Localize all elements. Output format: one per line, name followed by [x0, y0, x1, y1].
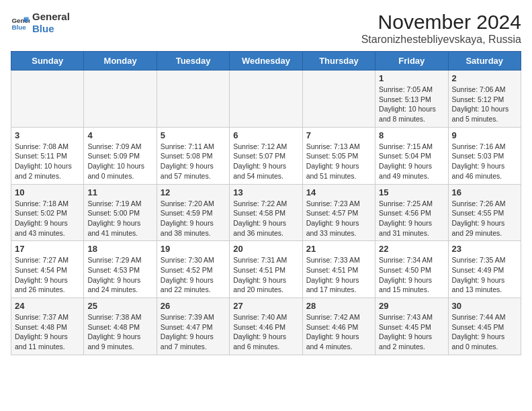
calendar-cell	[157, 71, 229, 128]
day-number: 5	[161, 130, 226, 140]
calendar-cell: 7Sunrise: 7:13 AMSunset: 5:05 PMDaylight…	[302, 127, 375, 184]
calendar-cell: 8Sunrise: 7:15 AMSunset: 5:04 PMDaylight…	[375, 127, 448, 184]
day-number: 13	[233, 187, 298, 197]
calendar-cell: 25Sunrise: 7:38 AMSunset: 4:48 PMDayligh…	[84, 298, 157, 355]
day-info: Sunrise: 7:16 AMSunset: 5:03 PMDaylight:…	[452, 142, 517, 181]
calendar-cell: 4Sunrise: 7:09 AMSunset: 5:09 PMDaylight…	[84, 127, 157, 184]
day-number: 20	[233, 244, 298, 254]
calendar-cell: 22Sunrise: 7:34 AMSunset: 4:50 PMDayligh…	[375, 241, 448, 298]
calendar-header-row: SundayMondayTuesdayWednesdayThursdayFrid…	[11, 52, 521, 71]
day-info: Sunrise: 7:42 AMSunset: 4:46 PMDaylight:…	[306, 312, 371, 352]
day-number: 8	[379, 130, 444, 140]
header: General Blue General Blue November 2024 …	[11, 11, 521, 46]
logo-general: General	[32, 11, 70, 23]
day-info: Sunrise: 7:06 AMSunset: 5:12 PMDaylight:…	[452, 85, 517, 124]
day-number: 7	[306, 130, 371, 140]
day-info: Sunrise: 7:05 AMSunset: 5:13 PMDaylight:…	[379, 85, 444, 124]
logo: General Blue General Blue	[11, 11, 70, 35]
day-number: 1	[379, 73, 444, 83]
svg-text:Blue: Blue	[11, 24, 26, 31]
day-info: Sunrise: 7:35 AMSunset: 4:49 PMDaylight:…	[452, 255, 517, 295]
calendar-cell: 29Sunrise: 7:43 AMSunset: 4:45 PMDayligh…	[375, 298, 448, 355]
calendar-cell: 19Sunrise: 7:30 AMSunset: 4:52 PMDayligh…	[157, 241, 229, 298]
calendar-cell: 26Sunrise: 7:39 AMSunset: 4:47 PMDayligh…	[157, 298, 229, 355]
calendar-week-row: 3Sunrise: 7:08 AMSunset: 5:11 PMDaylight…	[11, 127, 521, 184]
day-number: 24	[15, 301, 80, 311]
day-number: 28	[306, 301, 371, 311]
calendar-cell: 28Sunrise: 7:42 AMSunset: 4:46 PMDayligh…	[302, 298, 375, 355]
calendar-cell: 17Sunrise: 7:27 AMSunset: 4:54 PMDayligh…	[11, 241, 84, 298]
calendar-cell: 16Sunrise: 7:26 AMSunset: 4:55 PMDayligh…	[448, 184, 521, 241]
day-number: 27	[233, 301, 298, 311]
day-number: 26	[161, 301, 226, 311]
day-info: Sunrise: 7:27 AMSunset: 4:54 PMDaylight:…	[15, 255, 80, 295]
calendar-cell: 14Sunrise: 7:23 AMSunset: 4:57 PMDayligh…	[302, 184, 375, 241]
day-info: Sunrise: 7:44 AMSunset: 4:45 PMDaylight:…	[452, 312, 517, 352]
calendar-cell: 1Sunrise: 7:05 AMSunset: 5:13 PMDaylight…	[375, 71, 448, 128]
calendar-cell: 3Sunrise: 7:08 AMSunset: 5:11 PMDaylight…	[11, 127, 84, 184]
day-number: 12	[161, 187, 226, 197]
day-info: Sunrise: 7:08 AMSunset: 5:11 PMDaylight:…	[15, 142, 80, 181]
day-number: 17	[15, 244, 80, 254]
day-number: 4	[87, 130, 152, 140]
logo-icon: General Blue	[11, 13, 30, 32]
day-number: 29	[379, 301, 444, 311]
calendar-title: November 2024	[361, 11, 521, 34]
day-info: Sunrise: 7:33 AMSunset: 4:51 PMDaylight:…	[306, 255, 371, 295]
day-number: 9	[452, 130, 517, 140]
day-info: Sunrise: 7:40 AMSunset: 4:46 PMDaylight:…	[233, 312, 298, 352]
header-day-wednesday: Wednesday	[230, 52, 302, 71]
day-number: 11	[87, 187, 152, 197]
calendar-cell: 27Sunrise: 7:40 AMSunset: 4:46 PMDayligh…	[230, 298, 302, 355]
calendar-cell	[84, 71, 157, 128]
header-day-monday: Monday	[84, 52, 157, 71]
day-info: Sunrise: 7:15 AMSunset: 5:04 PMDaylight:…	[379, 142, 444, 181]
calendar-cell: 24Sunrise: 7:37 AMSunset: 4:48 PMDayligh…	[11, 298, 84, 355]
day-info: Sunrise: 7:12 AMSunset: 5:07 PMDaylight:…	[233, 142, 298, 181]
day-info: Sunrise: 7:34 AMSunset: 4:50 PMDaylight:…	[379, 255, 444, 295]
day-info: Sunrise: 7:09 AMSunset: 5:09 PMDaylight:…	[87, 142, 152, 181]
day-info: Sunrise: 7:18 AMSunset: 5:02 PMDaylight:…	[15, 199, 80, 238]
day-info: Sunrise: 7:11 AMSunset: 5:08 PMDaylight:…	[161, 142, 226, 181]
calendar-cell: 2Sunrise: 7:06 AMSunset: 5:12 PMDaylight…	[448, 71, 521, 128]
day-number: 2	[452, 73, 517, 83]
calendar-cell: 5Sunrise: 7:11 AMSunset: 5:08 PMDaylight…	[157, 127, 229, 184]
calendar-cell: 15Sunrise: 7:25 AMSunset: 4:56 PMDayligh…	[375, 184, 448, 241]
calendar-week-row: 1Sunrise: 7:05 AMSunset: 5:13 PMDaylight…	[11, 71, 521, 128]
day-number: 25	[87, 301, 152, 311]
day-number: 23	[452, 244, 517, 254]
day-info: Sunrise: 7:30 AMSunset: 4:52 PMDaylight:…	[161, 255, 226, 295]
calendar-cell	[11, 71, 84, 128]
day-info: Sunrise: 7:29 AMSunset: 4:53 PMDaylight:…	[87, 255, 152, 295]
calendar-cell	[302, 71, 375, 128]
calendar-week-row: 10Sunrise: 7:18 AMSunset: 5:02 PMDayligh…	[11, 184, 521, 241]
day-info: Sunrise: 7:39 AMSunset: 4:47 PMDaylight:…	[161, 312, 226, 352]
calendar-cell: 13Sunrise: 7:22 AMSunset: 4:58 PMDayligh…	[230, 184, 302, 241]
day-number: 19	[161, 244, 226, 254]
calendar-cell: 18Sunrise: 7:29 AMSunset: 4:53 PMDayligh…	[84, 241, 157, 298]
header-day-friday: Friday	[375, 52, 448, 71]
day-info: Sunrise: 7:38 AMSunset: 4:48 PMDaylight:…	[87, 312, 152, 352]
calendar-cell: 30Sunrise: 7:44 AMSunset: 4:45 PMDayligh…	[448, 298, 521, 355]
day-number: 3	[15, 130, 80, 140]
day-number: 16	[452, 187, 517, 197]
day-info: Sunrise: 7:31 AMSunset: 4:51 PMDaylight:…	[233, 255, 298, 295]
calendar-cell: 9Sunrise: 7:16 AMSunset: 5:03 PMDaylight…	[448, 127, 521, 184]
day-info: Sunrise: 7:25 AMSunset: 4:56 PMDaylight:…	[379, 199, 444, 238]
calendar-cell: 10Sunrise: 7:18 AMSunset: 5:02 PMDayligh…	[11, 184, 84, 241]
calendar-week-row: 24Sunrise: 7:37 AMSunset: 4:48 PMDayligh…	[11, 298, 521, 355]
day-info: Sunrise: 7:26 AMSunset: 4:55 PMDaylight:…	[452, 199, 517, 238]
calendar-cell: 12Sunrise: 7:20 AMSunset: 4:59 PMDayligh…	[157, 184, 229, 241]
day-number: 21	[306, 244, 371, 254]
day-number: 22	[379, 244, 444, 254]
calendar-subtitle: Staronizhestebliyevskaya, Russia	[361, 34, 521, 46]
header-day-saturday: Saturday	[448, 52, 521, 71]
day-info: Sunrise: 7:20 AMSunset: 4:59 PMDaylight:…	[161, 199, 226, 238]
day-number: 15	[379, 187, 444, 197]
header-day-thursday: Thursday	[302, 52, 375, 71]
calendar-week-row: 17Sunrise: 7:27 AMSunset: 4:54 PMDayligh…	[11, 241, 521, 298]
day-info: Sunrise: 7:19 AMSunset: 5:00 PMDaylight:…	[87, 199, 152, 238]
day-info: Sunrise: 7:22 AMSunset: 4:58 PMDaylight:…	[233, 199, 298, 238]
day-info: Sunrise: 7:13 AMSunset: 5:05 PMDaylight:…	[306, 142, 371, 181]
day-info: Sunrise: 7:37 AMSunset: 4:48 PMDaylight:…	[15, 312, 80, 352]
